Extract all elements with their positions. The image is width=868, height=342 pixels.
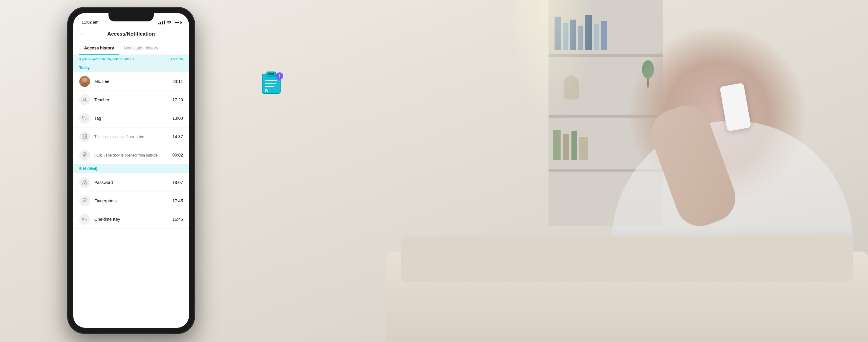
list-item: Tag 13:00 <box>73 109 189 127</box>
item-content: Password <box>94 180 169 185</box>
phone-frame: 11:02 am <box>68 7 194 333</box>
auto-delete-text: It will be automatically deleted after 3… <box>79 57 135 61</box>
item-name: Tag <box>94 116 101 121</box>
door-icon-wrapper <box>79 131 90 142</box>
list-item: Password 18:07 <box>73 173 189 192</box>
svg-rect-3 <box>268 73 274 75</box>
list-item: Teacher 17:20 <box>73 91 189 109</box>
list-item: [ Eric ] The door is opened from outside… <box>73 146 189 164</box>
person-icon <box>82 97 88 103</box>
item-name: Ms. Lee <box>94 79 110 84</box>
svg-point-13 <box>82 78 87 81</box>
tabs-container: Access history Notification history <box>73 42 189 55</box>
phone-notch <box>108 13 154 21</box>
item-name: [ Eric ] The door is opened from outside <box>94 153 158 158</box>
item-name: One-time Key <box>94 217 120 222</box>
status-time: 11:02 am <box>82 20 98 24</box>
svg-rect-6 <box>265 86 274 87</box>
item-content: Fingerprints <box>94 198 169 204</box>
svg-rect-4 <box>265 80 277 81</box>
item-time: 16:45 <box>173 217 183 222</box>
list-item: Fingerprints 17:45 <box>73 192 189 210</box>
app-header: ← Access/Notification <box>73 26 189 42</box>
item-time: 09:02 <box>173 152 183 158</box>
key-icon-wrapper <box>79 214 90 225</box>
item-content: Tag <box>94 115 169 121</box>
fingerprints-icon-wrapper <box>79 195 90 206</box>
password-icon <box>82 179 88 186</box>
item-name: Fingerprints <box>94 198 117 203</box>
list-item: One-time Key 16:45 <box>73 210 189 229</box>
avatar-ms-lee <box>79 76 90 87</box>
door-inside-icon <box>82 134 88 140</box>
fingerprints-icon <box>82 198 88 204</box>
header-title: Access/Notification <box>88 31 174 37</box>
avatar-image <box>79 76 90 87</box>
person-icon-wrapper <box>79 94 90 105</box>
info-bar: It will be automatically deleted after 3… <box>73 55 189 63</box>
item-name: Teacher <box>94 97 110 102</box>
svg-point-14 <box>84 98 86 100</box>
item-content: One-time Key <box>94 217 169 222</box>
tag-icon-wrapper <box>79 113 90 124</box>
phone-device: 11:02 am <box>68 7 194 333</box>
item-time: 17:45 <box>173 198 183 203</box>
svg-text:!: ! <box>279 74 281 78</box>
fingerprint-icon-wrapper <box>79 150 90 161</box>
tab-notification-history[interactable]: Notification history <box>119 42 163 55</box>
item-time: 23:11 <box>173 79 183 84</box>
item-time: 13:00 <box>173 116 183 121</box>
scroll-fade <box>73 229 189 247</box>
item-time: 17:20 <box>173 97 183 102</box>
list-item: Ms. Lee 23:11 <box>73 73 189 91</box>
item-content: The door is opened from inside <box>94 134 169 140</box>
battery-icon <box>174 21 181 24</box>
svg-point-20 <box>84 183 85 184</box>
signal-icon <box>158 21 165 24</box>
phone-screen: 11:02 am <box>73 13 189 328</box>
total-count: Total 15 <box>170 57 183 61</box>
item-content: Teacher <box>94 97 169 103</box>
status-icons <box>158 21 181 24</box>
person-area <box>386 0 868 342</box>
svg-point-18 <box>85 136 86 137</box>
notification-icon: ! <box>256 66 286 98</box>
svg-point-15 <box>83 117 84 118</box>
section-today: Today <box>73 63 189 73</box>
item-time: 18:07 <box>173 180 183 185</box>
item-name: The door is opened from inside <box>94 135 144 139</box>
svg-rect-5 <box>265 83 276 84</box>
item-content: Ms. Lee <box>94 79 169 84</box>
back-button[interactable]: ← <box>79 30 85 37</box>
wifi-icon <box>167 21 172 24</box>
tag-icon <box>82 115 88 121</box>
key-icon <box>82 216 88 222</box>
svg-point-22 <box>83 219 84 220</box>
section-wed: 5.16 (Wed) <box>73 164 189 173</box>
item-name: Password <box>94 180 113 185</box>
password-icon-wrapper <box>79 177 90 188</box>
tab-access-history[interactable]: Access history <box>79 42 119 55</box>
item-content: [ Eric ] The door is opened from outside <box>94 152 169 158</box>
item-time: 14:37 <box>173 134 183 139</box>
list-item: The door is opened from inside 14:37 <box>73 127 189 146</box>
fingerprint-icon <box>82 152 88 158</box>
